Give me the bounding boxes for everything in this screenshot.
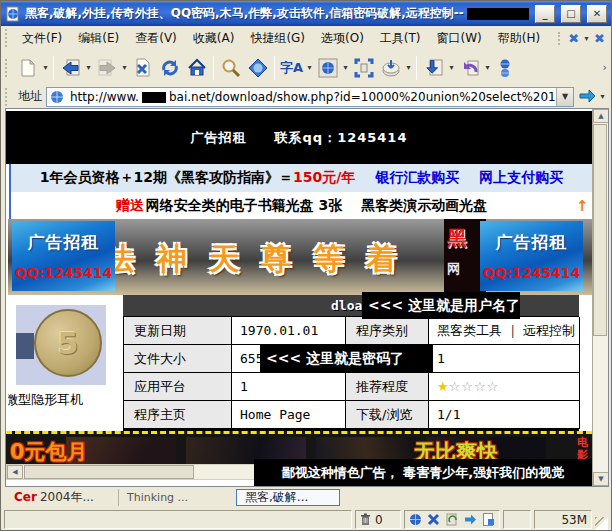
encoding-button[interactable] xyxy=(244,53,271,82)
chevron-down-icon[interactable]: ▾ xyxy=(598,92,607,101)
membership-text: 1年会员资格＋12期《黑客攻防指南》＝150元/年 xyxy=(40,169,356,187)
address-dropdown-button[interactable]: ▼ xyxy=(556,88,573,106)
arrow-right-icon[interactable] xyxy=(464,513,477,526)
home-button[interactable] xyxy=(183,53,210,82)
plugins-button[interactable] xyxy=(492,53,519,82)
online-payment-link[interactable]: 网上支付购买 xyxy=(479,169,563,187)
logo-char: 网 xyxy=(447,260,460,278)
close-button[interactable]: ✕ xyxy=(587,5,607,23)
chevron-down-icon[interactable]: ▾ xyxy=(341,63,350,72)
tab-cer[interactable]: Cer2004年... xyxy=(6,489,114,506)
bank-payment-link[interactable]: 银行汇款购买 xyxy=(375,169,459,187)
back-button[interactable] xyxy=(57,53,84,82)
menu-tools[interactable]: 工具(T) xyxy=(372,27,429,50)
chevron-down-icon[interactable]: ▾ xyxy=(84,63,93,72)
main-toolbar: ▾ ▾ ▾ 字A ▾ ▾ ▾ ▾ ▾ › xyxy=(1,50,611,85)
vertical-scrollbar[interactable]: ▲ ▼ xyxy=(592,109,608,486)
scrollbar-track[interactable] xyxy=(593,336,608,472)
download-icon xyxy=(424,58,444,78)
ad-slogan-left: 0元包月 xyxy=(10,438,88,464)
tab-label: 2004年... xyxy=(40,489,94,506)
resize-grip[interactable] xyxy=(595,517,608,530)
menu-edit[interactable]: 编辑(E) xyxy=(70,27,127,50)
menu-groups[interactable]: 快捷组(G) xyxy=(242,27,313,50)
gift-row: 赠送 网络安全类的电子书籍光盘 3张 黑客类演示动画光盘 xyxy=(11,192,592,219)
refresh-page-icon[interactable] xyxy=(446,513,459,526)
download-detail-table: 更新日期 1970.01.01 程序类别 黑客类工具 ｜ 远程控制 文件大小 6… xyxy=(123,316,579,431)
scroll-down-button[interactable]: ▼ xyxy=(593,472,609,486)
maximize-button[interactable]: □ xyxy=(561,5,581,23)
status-message-panel xyxy=(4,510,352,529)
table-value: 1970.01.01 xyxy=(232,317,346,345)
product-caption: 微型隐形耳机 xyxy=(8,391,83,409)
toolbar-grip[interactable] xyxy=(5,29,10,47)
scroll-up-button[interactable]: ▲ xyxy=(593,109,609,123)
scrollbar-thumb[interactable] xyxy=(593,124,607,336)
toolbar-grip[interactable] xyxy=(5,59,10,77)
toolbar-separator xyxy=(53,56,54,80)
plugin-icon[interactable]: ✖ xyxy=(594,32,605,45)
proxy-button[interactable] xyxy=(314,53,341,82)
product-image-cell: 5 微型隐形耳机 xyxy=(8,295,123,435)
trash-panel[interactable]: 0 xyxy=(355,510,401,529)
undo-icon xyxy=(460,58,480,78)
minimize-button[interactable]: _ xyxy=(535,5,555,23)
ad-rental-box-right[interactable]: 广告招租 QQ:1245414 xyxy=(480,221,583,291)
tab-hacker-active[interactable]: 黑客,破解... xyxy=(236,489,340,506)
table-value: 1 xyxy=(232,373,346,401)
status-icons-panel xyxy=(404,510,500,529)
ad-title: 广告招租 xyxy=(28,231,100,254)
membership-offer-row: 1年会员资格＋12期《黑客攻防指南》＝150元/年 银行汇款购买 网上支付购买 xyxy=(11,164,592,192)
chevron-down-icon[interactable]: ▾ xyxy=(41,63,50,72)
refresh-button[interactable] xyxy=(156,53,183,82)
scroll-left-button[interactable]: ◀ xyxy=(7,465,23,479)
ad-rental-banner[interactable]: 广告招租 联系qq：1245414 xyxy=(6,111,592,164)
chevron-down-icon[interactable]: ▾ xyxy=(404,63,413,72)
scrollbar-thumb[interactable] xyxy=(24,465,194,479)
chevron-down-icon[interactable]: ▾ xyxy=(447,63,456,72)
stop-button[interactable] xyxy=(129,53,156,82)
memory-usage-panel: 53M xyxy=(534,510,592,529)
address-bar: 地址 http://www.bai.net/download/show.php?… xyxy=(1,85,611,108)
toolbar-separator xyxy=(274,56,275,80)
tab-label: Thinking ... xyxy=(127,491,188,504)
table-label: 应用平台 xyxy=(124,373,232,401)
chevron-down-icon[interactable]: ▾ xyxy=(483,63,492,72)
undo-button[interactable] xyxy=(456,53,483,82)
fullscreen-button[interactable] xyxy=(350,53,377,82)
toolbar-overflow-chevron[interactable]: › xyxy=(603,61,607,74)
font-size-icon: 字A xyxy=(280,59,303,77)
new-page-button[interactable] xyxy=(14,53,41,82)
table-label: 程序主页 xyxy=(124,401,232,429)
page-properties-icon[interactable] xyxy=(482,513,495,526)
block-icon[interactable] xyxy=(427,513,440,526)
chevron-down-icon[interactable]: ▾ xyxy=(582,34,591,43)
menu-help[interactable]: 帮助(H) xyxy=(490,27,548,50)
menu-view[interactable]: 查看(V) xyxy=(127,27,185,50)
plugin-icon[interactable]: ✖ xyxy=(568,32,579,45)
coin-earphone-image[interactable]: 5 xyxy=(16,305,106,385)
table-value: 1 xyxy=(429,345,580,373)
go-icon[interactable] xyxy=(578,89,596,105)
toolbar-separator xyxy=(213,56,214,80)
ad-rental-box-left[interactable]: 广告招租 QQ:1245414 xyxy=(12,221,115,291)
game-ad-text: 法 神 天 尊 等 着 xyxy=(104,239,402,280)
tab-label-prefix: Cer xyxy=(14,490,37,504)
menu-file[interactable]: 文件(F) xyxy=(14,27,70,50)
url-text[interactable]: http://www.bai.net/download/show.php?id=… xyxy=(67,90,556,104)
address-label: 地址 xyxy=(18,88,42,105)
tab-thinking[interactable]: Thinking ... xyxy=(118,489,232,506)
save-button[interactable] xyxy=(377,53,404,82)
chevron-down-icon[interactable]: ▾ xyxy=(305,63,314,72)
download-button[interactable] xyxy=(420,53,447,82)
menu-window[interactable]: 窗口(W) xyxy=(429,27,490,50)
menu-options[interactable]: 选项(O) xyxy=(313,27,372,50)
page-icon xyxy=(49,89,65,105)
table-label: 文件大小 xyxy=(124,345,232,373)
font-size-button[interactable]: 字A xyxy=(278,53,305,82)
toolbar-grip[interactable] xyxy=(5,88,10,106)
address-combobox[interactable]: http://www.bai.net/download/show.php?id=… xyxy=(46,87,574,107)
search-button[interactable] xyxy=(217,53,244,82)
menu-favorites[interactable]: 收藏(A) xyxy=(185,27,243,50)
globe-icon[interactable] xyxy=(409,513,422,526)
